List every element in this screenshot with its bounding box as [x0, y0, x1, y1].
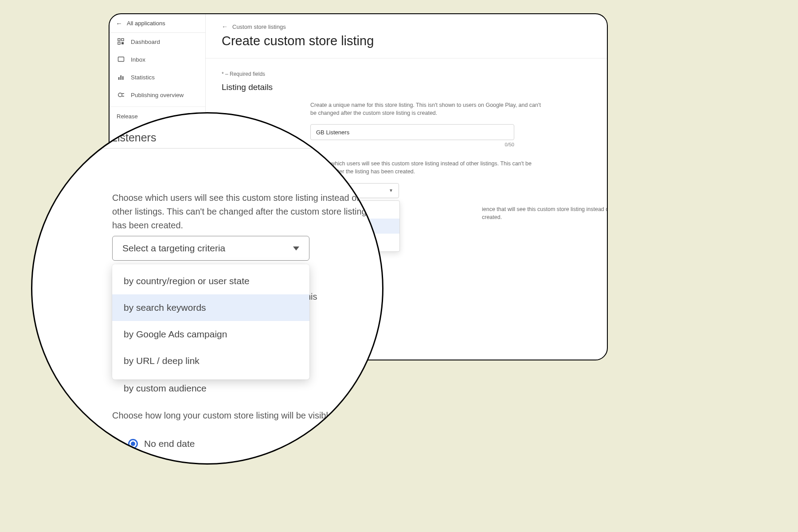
- divider: [37, 148, 325, 149]
- targeting-dropdown-zoom: by country/region or user state by searc…: [112, 264, 309, 379]
- listing-name-counter: 0/50: [310, 142, 514, 147]
- targeting-select-placeholder: Select a targeting criteria: [122, 243, 225, 254]
- sidebar-item-inbox[interactable]: Inbox: [110, 51, 205, 68]
- sidebar-item-label: Dashboard: [131, 39, 160, 45]
- required-fields-note: * – Required fields: [222, 71, 594, 77]
- svg-rect-1: [121, 39, 124, 41]
- targeting-option-url[interactable]: by URL / deep link: [112, 348, 309, 374]
- arrow-left-icon: ←: [222, 23, 228, 30]
- svg-rect-5: [118, 77, 120, 80]
- breadcrumb-label: Custom store listings: [232, 23, 286, 30]
- dashboard-icon: [117, 38, 125, 45]
- publishing-icon: [117, 91, 125, 98]
- svg-rect-0: [118, 39, 120, 41]
- sidebar-item-publishing[interactable]: Publishing overview: [110, 86, 205, 104]
- targeting-option-custom-audience[interactable]: by custom audience: [124, 383, 207, 394]
- targeting-option-ads[interactable]: by Google Ads campaign: [112, 321, 309, 348]
- chevron-down-icon: ▼: [389, 188, 393, 193]
- page-title: Create custom store listing: [222, 34, 594, 48]
- targeting-help-zoom: Choose which users will see this custom …: [112, 191, 369, 232]
- sidebar-item-label: Publishing overview: [131, 92, 184, 98]
- divider: [206, 58, 607, 59]
- svg-rect-7: [122, 76, 124, 80]
- targeting-help: Choose which users will see this custom …: [310, 160, 541, 176]
- schedule-help-zoom: Choose how long your custom store listin…: [112, 411, 333, 421]
- magnifier-overlay: Listeners Choose which users will see th…: [31, 112, 383, 465]
- sidebar-item-dashboard[interactable]: Dashboard: [110, 33, 205, 51]
- section-heading-listing-details: Listing details: [222, 82, 594, 92]
- all-applications-link[interactable]: ← All applications: [110, 14, 205, 33]
- listing-name-input[interactable]: [310, 124, 514, 140]
- sidebar-item-label: Inbox: [131, 56, 145, 63]
- no-end-date-option[interactable]: No end date: [128, 438, 195, 449]
- sidebar-item-statistics[interactable]: Statistics: [110, 68, 205, 86]
- breadcrumb[interactable]: ← Custom store listings: [222, 23, 594, 30]
- targeting-option-country[interactable]: by country/region or user state: [112, 268, 309, 294]
- targeting-option-keywords[interactable]: by search keywords: [112, 294, 309, 321]
- radio-selected-icon: [128, 439, 138, 449]
- listing-name-help: Create a unique name for this store list…: [310, 101, 541, 117]
- arrow-left-icon: ←: [116, 20, 122, 27]
- audience-help-text: ience that will see this custom store li…: [482, 205, 608, 221]
- svg-rect-3: [121, 42, 124, 44]
- inbox-icon: [117, 56, 125, 63]
- statistics-icon: [117, 74, 125, 81]
- svg-rect-2: [118, 42, 120, 44]
- svg-point-8: [118, 93, 122, 97]
- all-applications-label: All applications: [127, 20, 165, 27]
- svg-rect-4: [118, 57, 124, 62]
- svg-rect-6: [121, 75, 122, 80]
- chevron-down-icon: [293, 246, 299, 250]
- sidebar-item-label: Statistics: [131, 74, 155, 81]
- no-end-date-label: No end date: [144, 438, 195, 449]
- targeting-select-zoom[interactable]: Select a targeting criteria: [112, 236, 309, 261]
